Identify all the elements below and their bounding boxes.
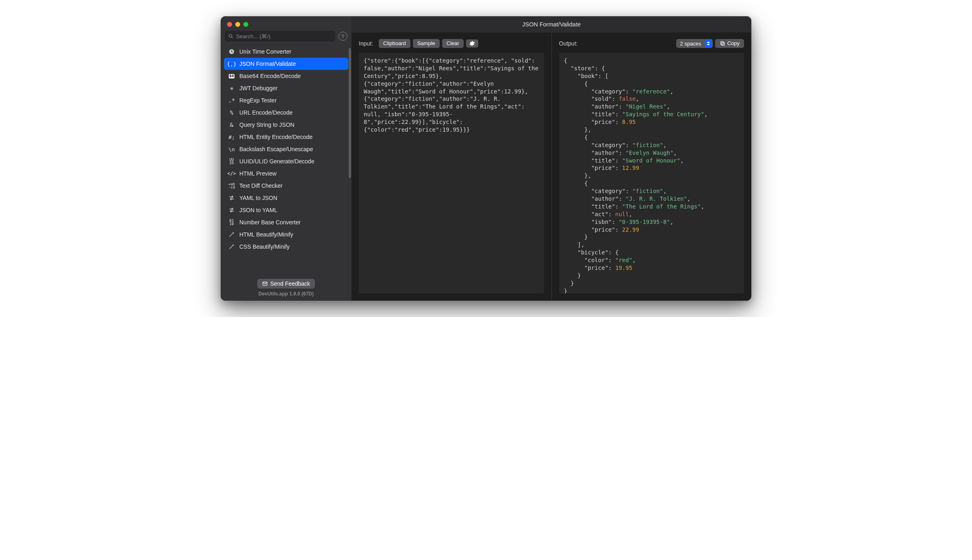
sidebar-item-label: JSON Format/Validate xyxy=(239,61,296,67)
sidebar-item-label: JWT Debugger xyxy=(239,85,278,91)
sidebar-item-15[interactable]: HTML Beautify/Minify xyxy=(224,228,348,241)
filter-button[interactable] xyxy=(338,32,347,41)
output-label: Output: xyxy=(559,40,578,47)
copy-icon xyxy=(720,41,725,46)
sidebar-item-12[interactable]: YAML to JSON xyxy=(224,192,348,204)
minimize-window-button[interactable] xyxy=(235,22,240,27)
search-input[interactable] xyxy=(236,33,332,39)
binary-icon: 0110 xyxy=(228,219,235,226)
sidebar-item-10[interactable]: </>HTML Preview xyxy=(224,167,348,180)
sidebar-item-11[interactable]: +ab-cdText Diff Checker xyxy=(224,180,348,192)
input-header: Input: Clipboard Sample Clear xyxy=(359,38,544,49)
sidebar-item-label: Base64 Encode/Decode xyxy=(239,73,301,79)
svg-rect-7 xyxy=(721,43,724,46)
output-viewer[interactable]: { "store": { "book": [ { "category": "re… xyxy=(559,53,744,293)
output-pane: Output: 2 spaces Copy { "store": xyxy=(551,33,752,301)
indent-select-value: 2 spaces xyxy=(680,41,701,47)
copy-label: Copy xyxy=(727,40,740,47)
output-header: Output: 2 spaces Copy xyxy=(559,38,744,49)
sidebar-item-7[interactable]: #;HTML Entity Encode/Decode xyxy=(224,131,348,143)
svg-line-1 xyxy=(232,37,233,38)
search-box[interactable] xyxy=(225,31,335,41)
sidebar-scrollbar[interactable] xyxy=(349,48,351,178)
svg-point-0 xyxy=(229,35,232,37)
diff-icon: +ab-cd xyxy=(228,182,235,189)
sidebar-item-label: HTML Beautify/Minify xyxy=(239,231,293,238)
input-editor[interactable]: {"store":{"book":[{"category":"reference… xyxy=(359,53,544,293)
filter-icon xyxy=(340,33,346,39)
sidebar-item-5[interactable]: %URL Encode/Decode xyxy=(224,106,348,119)
sidebar-item-0[interactable]: Unix Time Converter xyxy=(224,46,348,58)
sidebar-item-label: HTML Preview xyxy=(239,170,276,177)
sidebar-item-label: Backslash Escape/Unescape xyxy=(239,146,313,152)
sidebar-item-label: Text Diff Checker xyxy=(239,182,282,189)
sidebar-item-14[interactable]: 0110Number Base Converter xyxy=(224,216,348,228)
mail-icon xyxy=(262,281,268,287)
copy-button[interactable]: Copy xyxy=(715,39,744,48)
svg-rect-8 xyxy=(720,41,723,44)
sample-button[interactable]: Sample xyxy=(413,39,440,48)
panes: Input: Clipboard Sample Clear {"store":{… xyxy=(351,33,751,301)
swap-icon xyxy=(228,194,235,202)
zoom-window-button[interactable] xyxy=(243,22,248,27)
window-controls xyxy=(221,16,351,31)
percent-icon: % xyxy=(228,109,235,116)
backslash-icon: \n xyxy=(228,145,235,153)
braces-icon: {,} xyxy=(228,60,235,67)
regex-icon: .* xyxy=(228,97,235,104)
sidebar-item-1[interactable]: {,}JSON Format/Validate xyxy=(224,58,348,70)
window-title: JSON Format/Validate xyxy=(522,21,581,28)
clear-button[interactable]: Clear xyxy=(442,39,464,48)
app-window: Unix Time Converter{,}JSON Format/Valida… xyxy=(221,16,751,301)
input-label: Input: xyxy=(359,40,373,47)
sidebar-item-16[interactable]: CSS Beautify/Minify xyxy=(224,241,348,253)
select-arrows-icon xyxy=(705,40,712,47)
input-pane: Input: Clipboard Sample Clear {"store":{… xyxy=(351,33,551,301)
wand-icon xyxy=(228,243,235,250)
jwt-icon: ✳︎ xyxy=(228,85,235,92)
sidebar-footer: Send Feedback DevUtils.app 1.9.0 (67D) xyxy=(221,276,351,301)
sidebar-item-label: URL Encode/Decode xyxy=(239,109,293,116)
clipboard-button[interactable]: Clipboard xyxy=(379,39,410,48)
sidebar-item-label: RegExp Tester xyxy=(239,97,277,104)
code-icon: </> xyxy=(228,170,235,177)
search-icon xyxy=(228,33,234,39)
sidebar-item-label: YAML to JSON xyxy=(239,195,277,201)
clock-icon xyxy=(228,48,235,55)
sidebar-item-2[interactable]: 64Base64 Encode/Decode xyxy=(224,70,348,82)
sidebar-item-label: Query String to JSON xyxy=(239,122,294,128)
settings-button[interactable] xyxy=(466,39,478,48)
uuid-icon: UUID xyxy=(228,158,235,165)
base64-icon: 64 xyxy=(228,72,235,80)
gear-icon xyxy=(469,41,475,46)
sidebar-item-label: JSON to YAML xyxy=(239,207,278,213)
sidebar-item-3[interactable]: ✳︎JWT Debugger xyxy=(224,82,348,94)
sidebar-item-label: CSS Beautify/Minify xyxy=(239,243,290,250)
sidebar-item-8[interactable]: \nBackslash Escape/Unescape xyxy=(224,143,348,155)
version-text: DevUtils.app 1.9.0 (67D) xyxy=(221,291,351,297)
feedback-label: Send Feedback xyxy=(270,280,310,287)
sidebar-item-13[interactable]: JSON to YAML xyxy=(224,204,348,216)
sidebar-item-label: HTML Entity Encode/Decode xyxy=(239,134,312,140)
hash-icon: #; xyxy=(228,133,235,141)
indent-select[interactable]: 2 spaces xyxy=(676,39,713,48)
sidebar-item-6[interactable]: &Query String to JSON xyxy=(224,119,348,131)
sidebar: Unix Time Converter{,}JSON Format/Valida… xyxy=(221,16,351,301)
ampersand-icon: & xyxy=(228,121,235,128)
close-window-button[interactable] xyxy=(227,22,232,27)
sidebar-item-9[interactable]: UUIDUUID/ULID Generate/Decode xyxy=(224,155,348,167)
tools-list: Unix Time Converter{,}JSON Format/Valida… xyxy=(221,45,351,276)
swap-icon xyxy=(228,206,235,214)
search-row xyxy=(221,31,351,45)
main: JSON Format/Validate Input: Clipboard Sa… xyxy=(351,16,751,301)
feedback-button[interactable]: Send Feedback xyxy=(257,279,315,289)
sidebar-item-label: UUID/ULID Generate/Decode xyxy=(239,158,314,165)
wand-icon xyxy=(228,231,235,238)
titlebar: JSON Format/Validate xyxy=(351,16,751,33)
sidebar-item-4[interactable]: .*RegExp Tester xyxy=(224,94,348,106)
sidebar-item-label: Unix Time Converter xyxy=(239,48,291,55)
sidebar-item-label: Number Base Converter xyxy=(239,219,301,226)
